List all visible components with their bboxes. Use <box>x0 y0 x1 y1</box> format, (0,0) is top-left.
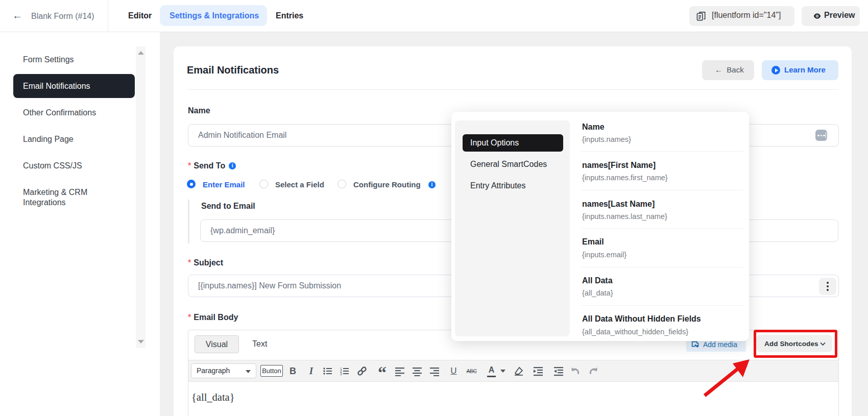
svg-text:3: 3 <box>340 372 342 376</box>
svg-text:“: “ <box>378 365 387 375</box>
